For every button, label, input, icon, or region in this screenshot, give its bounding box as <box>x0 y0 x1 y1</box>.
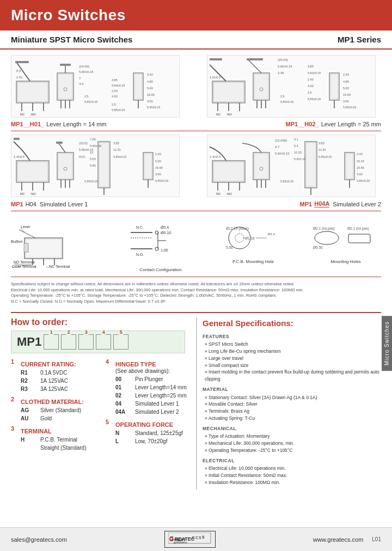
svg-text:3.1: 3.1 <box>294 138 298 141</box>
diagram-h04: NC NO (15.0) 5.60±0.15 D15 1.4±0.5 Ø2.2±… <box>11 134 185 197</box>
svg-text:D15: D15 <box>79 155 85 158</box>
footer-email: sales@greatecs.com <box>11 536 67 543</box>
svg-text:NO: NO <box>227 192 232 195</box>
svg-text:5.60±0.15: 5.60±0.15 <box>278 65 292 68</box>
h00-code: 00 <box>115 375 132 383</box>
svg-rect-77 <box>330 74 338 99</box>
how-to-order-section: How to order: MP1 1 2 3 4 5 <box>11 317 197 489</box>
svg-text:5.60±0.15: 5.60±0.15 <box>308 71 321 75</box>
bottom-area: How to order: MP1 1 2 3 4 5 <box>0 313 392 489</box>
operating-force-title: OPERATING FORCE <box>115 421 183 428</box>
label-row-1: MP1__H01_ Lever Length = 14 mm MP1__H02_… <box>11 120 381 131</box>
svg-text:5.85±0.15: 5.85±0.15 <box>84 100 97 103</box>
svg-rect-94 <box>58 154 72 179</box>
h02-desc: Lever Length=25 mm <box>135 391 187 400</box>
clothed-material-group: 2 CLOTHED MATERIAL: AG Silver (Standard)… <box>11 395 95 423</box>
order-slot-5: 5 <box>113 334 128 350</box>
svg-text:5.60±0.15: 5.60±0.15 <box>79 70 94 74</box>
svg-text:NC: NC <box>20 192 25 195</box>
gs-mat-4: Actuating Spring: T-Cu <box>203 415 381 422</box>
slot-badge-5: 5 <box>106 419 113 425</box>
terminal-content: TERMINAL H P.C.B. Terminal Straight (Sta… <box>21 425 95 452</box>
svg-text:1.0±0.5: 1.0±0.5 <box>210 76 221 79</box>
svg-text:1.4±0.5: 1.4±0.5 <box>14 155 25 158</box>
svg-text:5.00: 5.00 <box>147 87 153 90</box>
svg-text:5.85±0.15: 5.85±0.15 <box>112 108 125 112</box>
svg-text:5.85±0.15: 5.85±0.15 <box>280 100 293 103</box>
l-code: L <box>115 437 132 445</box>
terminal-h: H P.C.B. Terminal Straight (Standard) <box>21 436 95 452</box>
svg-rect-54 <box>254 74 268 99</box>
gs-mat-2: Movable Contact: Silver <box>203 401 381 408</box>
svg-text:NO Terminal: NO Terminal <box>14 260 35 264</box>
svg-text:3.60: 3.60 <box>343 100 349 103</box>
operating-force-group: 5 OPERATING FORCE N Standard, 125±25gf L… <box>106 418 189 445</box>
label-h02-text: Lever Length = 25 mm <box>321 121 381 127</box>
svg-rect-1 <box>17 82 48 102</box>
svg-text:NO: NO <box>227 113 232 116</box>
svg-rect-157 <box>346 154 353 179</box>
svg-text:4.85: 4.85 <box>343 80 349 83</box>
gs-feature-1: SPST Micro Switch <box>203 341 381 348</box>
gs-features: FEATURES SPST Micro Switch Long Life Be-… <box>203 333 381 383</box>
h04-code: 04 <box>115 400 132 408</box>
svg-text:5.85±0.15: 5.85±0.15 <box>280 180 293 183</box>
current-r1: R1 0.1A 5VDC <box>21 369 76 377</box>
gs-material: MATERIAL Stationary Contact: Silver (3A)… <box>203 386 381 422</box>
h04-desc: Simulated Lever 1 <box>135 400 179 408</box>
footer-logo: G REAT E C S G REATEC S greatecs <box>164 531 216 548</box>
svg-text:3.85: 3.85 <box>308 65 314 68</box>
svg-rect-13 <box>60 64 71 66</box>
slot-num-2: 2 <box>66 329 71 335</box>
svg-text:7.65: 7.65 <box>90 138 96 141</box>
svg-text:NO: NO <box>31 192 36 195</box>
svg-text:Ø0.16: Ø0.16 <box>161 231 171 235</box>
gen-specs-title: General Specifications: <box>203 317 381 330</box>
svg-text:2.40: 2.40 <box>308 78 314 81</box>
svg-text:5.80: 5.80 <box>90 164 96 167</box>
gs-mat-3: Terminals: Brass Ag <box>203 408 381 415</box>
diagram-row-2: NC NO (15.0) 5.60±0.15 D15 1.4±0.5 Ø2.2±… <box>11 134 381 197</box>
label-h04-text: Simulated Lever 1 <box>40 201 88 207</box>
label-h04-model: MP1 <box>11 201 23 207</box>
order-slot-4: 4 <box>96 334 111 350</box>
hinged-04a: 04A Simulated Lever 2 <box>115 408 187 416</box>
svg-line-55 <box>248 59 261 73</box>
svg-text:2.40: 2.40 <box>147 73 153 76</box>
au-desc: Gold <box>40 414 52 423</box>
svg-text:3.85: 3.85 <box>112 78 118 82</box>
svg-text:3.85: 3.85 <box>318 142 324 145</box>
svg-text:1.4±0.5: 1.4±0.5 <box>210 155 221 158</box>
svg-rect-165 <box>26 239 62 258</box>
footer-page: L01 <box>372 536 381 542</box>
label-h01-model: MP1__H01_ <box>11 121 44 127</box>
svg-text:(25.00): (25.00) <box>278 58 288 62</box>
svg-text:Ø2.1 (no pos): Ø2.1 (no pos) <box>313 226 335 231</box>
gs-feature-2: Long Life Be-Cu spring mechanism <box>203 348 381 355</box>
svg-point-199 <box>315 231 339 244</box>
svg-text:Ø2.1 (no pos): Ø2.1 (no pos) <box>347 226 369 231</box>
r3-desc: 3A 125VAC <box>40 385 68 393</box>
h-desc: P.C.B. Terminal Straight (Standard) <box>40 436 95 452</box>
order-slot-2: 2 <box>61 334 76 350</box>
h04a-code: 04A <box>115 408 132 416</box>
gs-mech-3: Operating Temperature: -25°C to +105°C <box>203 447 381 454</box>
h04a-desc: Simulated Lever 2 <box>135 408 179 416</box>
diagrams-section: NC NO (14.00) 5.60±0.15 7 4.0 <box>0 50 392 312</box>
svg-text:5.80±.15: 5.80±.15 <box>90 144 101 148</box>
svg-text:2.5: 2.5 <box>280 95 285 98</box>
svg-text:5.60±.15: 5.60±.15 <box>294 157 305 161</box>
notes-text: Specifications subject to change without… <box>11 281 381 304</box>
gs-material-title: MATERIAL <box>203 386 381 393</box>
hinged-01: 01 Lever Length=14 mm <box>115 383 187 391</box>
svg-text:S: S <box>202 535 205 539</box>
svg-rect-166 <box>24 243 28 252</box>
gs-feature-5: Insert molding in the contact prevent fl… <box>203 369 381 383</box>
label-h01: MP1__H01_ Lever Length = 14 mm <box>11 121 107 127</box>
svg-text:NC: NC <box>216 113 221 116</box>
svg-text:Ø0.50: Ø0.50 <box>313 246 323 249</box>
svg-text:Lever: Lever <box>21 225 30 229</box>
svg-text:3.85: 3.85 <box>113 142 119 145</box>
footer-right: www.greatecs.com L01 <box>313 536 381 543</box>
h-code: H <box>21 436 37 452</box>
